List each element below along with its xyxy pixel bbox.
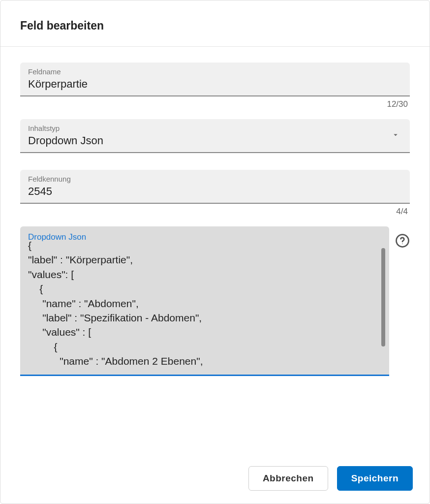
contenttype-group: Inhaltstyp Dropdown Json	[20, 119, 410, 166]
fieldname-group: Feldname 12/30	[20, 63, 410, 109]
json-box[interactable]: Dropdown Json	[20, 226, 389, 376]
svg-point-1	[402, 244, 403, 245]
fieldid-input[interactable]	[28, 184, 402, 199]
fieldname-count: 12/30	[20, 96, 410, 109]
contenttype-value: Dropdown Json	[28, 133, 402, 148]
contenttype-label: Inhaltstyp	[28, 124, 402, 132]
json-scrollbar[interactable]	[381, 248, 385, 346]
fieldname-input[interactable]	[28, 77, 402, 92]
edit-field-dialog: Feld bearbeiten Feldname 12/30 Inhaltsty…	[0, 0, 430, 504]
chevron-down-icon	[391, 130, 400, 141]
dialog-body: Feldname 12/30 Inhaltstyp Dropdown Json …	[0, 47, 430, 455]
json-row: Dropdown Json	[20, 226, 410, 376]
fieldname-box[interactable]: Feldname	[20, 63, 410, 96]
dialog-title: Feld bearbeiten	[20, 19, 410, 32]
dialog-header: Feld bearbeiten	[0, 0, 430, 47]
fieldid-count: 4/4	[20, 204, 410, 217]
fieldid-box[interactable]: Feldkennung	[20, 170, 410, 204]
fieldid-group: Feldkennung 4/4	[20, 170, 410, 217]
dialog-footer: Abbrechen Speichern	[0, 455, 430, 504]
json-textarea[interactable]	[28, 238, 369, 371]
cancel-button[interactable]: Abbrechen	[248, 466, 328, 491]
help-icon[interactable]	[395, 233, 410, 248]
contenttype-box[interactable]: Inhaltstyp Dropdown Json	[20, 119, 410, 153]
save-button[interactable]: Speichern	[337, 466, 413, 491]
fieldname-label: Feldname	[28, 67, 402, 76]
fieldid-label: Feldkennung	[28, 175, 402, 183]
